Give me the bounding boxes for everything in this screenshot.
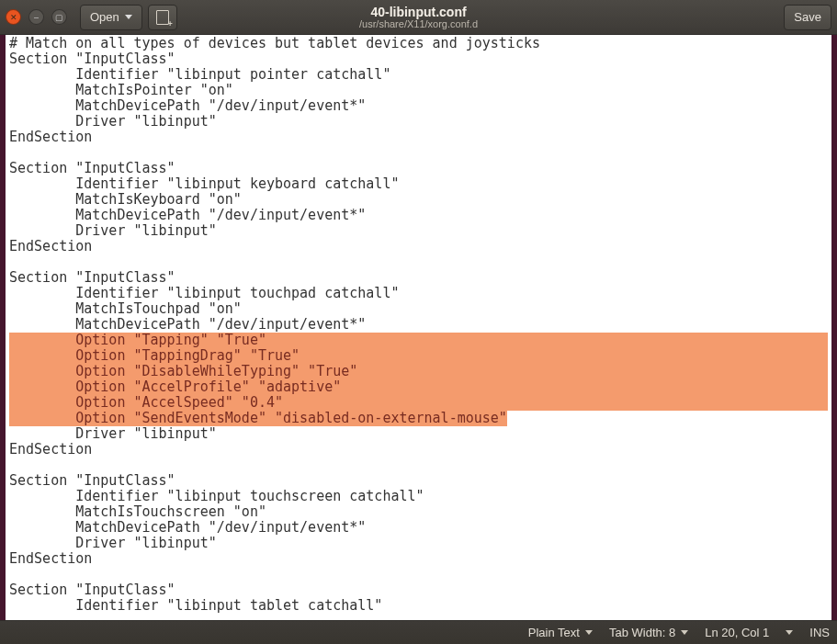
editor-line [9, 145, 828, 161]
window-title: 40-libinput.conf [370, 5, 466, 19]
editor-line: Option "SendEventsMode" "disabled-on-ext… [9, 411, 828, 426]
save-button-label: Save [794, 10, 821, 24]
editor-line: Option "TappingDrag" "True" [9, 348, 828, 364]
open-button[interactable]: Open [80, 5, 142, 30]
editor-line: MatchDevicePath "/dev/input/event*" [9, 317, 828, 333]
editor-line: Section "InputClass" [9, 51, 828, 67]
syntax-selector[interactable]: Plain Text [528, 626, 593, 639]
editor-line: EndSection [9, 239, 828, 254]
chevron-down-icon [681, 630, 688, 635]
cursor-position[interactable]: Ln 20, Col 1 [705, 626, 769, 639]
editor-line: Identifier "libinput pointer catchall" [9, 67, 828, 83]
editor-line: Option "DisableWhileTyping" "True" [9, 364, 828, 379]
editor-line: Identifier "libinput tablet catchall" [9, 598, 828, 614]
open-button-label: Open [90, 10, 119, 24]
syntax-label: Plain Text [528, 626, 580, 639]
chevron-down-icon [125, 15, 132, 19]
editor-line: Section "InputClass" [9, 473, 828, 489]
new-document-icon [156, 10, 169, 25]
editor-line: Identifier "libinput touchpad catchall" [9, 286, 828, 301]
titlebar: ✕ – ▢ Open 40-libinput.conf /usr/share/X… [0, 0, 837, 35]
editor-line: Option "AccelSpeed" "0.4" [9, 395, 828, 411]
text-editor-area[interactable]: # Match on all types of devices but tabl… [6, 35, 831, 620]
editor-line: MatchIsKeyboard "on" [9, 192, 828, 208]
save-button[interactable]: Save [784, 5, 831, 30]
editor-line: MatchDevicePath "/dev/input/event*" [9, 208, 828, 223]
editor-line: Driver "libinput" [9, 536, 828, 551]
extra-menu[interactable] [786, 630, 793, 635]
new-tab-button[interactable] [148, 5, 177, 30]
statusbar: Plain Text Tab Width: 8 Ln 20, Col 1 INS [0, 620, 837, 644]
window-subtitle: /usr/share/X11/xorg.conf.d [359, 18, 478, 29]
tab-width-selector[interactable]: Tab Width: 8 [609, 626, 688, 639]
editor-line: Section "InputClass" [9, 270, 828, 286]
editor-line: MatchIsTouchscreen "on" [9, 504, 828, 520]
editor-line: Identifier "libinput keyboard catchall" [9, 176, 828, 192]
editor-line: Identifier "libinput touchscreen catchal… [9, 489, 828, 504]
editor-line: Section "InputClass" [9, 582, 828, 598]
editor-line: # Match on all types of devices but tabl… [9, 36, 828, 51]
window-minimize-button[interactable]: – [28, 9, 44, 25]
editor-line [9, 254, 828, 270]
editor-line: EndSection [9, 442, 828, 458]
window-maximize-button[interactable]: ▢ [51, 9, 67, 25]
editor-line: Section "InputClass" [9, 161, 828, 176]
editor-line: MatchIsPointer "on" [9, 83, 828, 98]
window-close-button[interactable]: ✕ [6, 9, 21, 25]
editor-line: Option "Tapping" "True" [9, 333, 828, 348]
editor-line: Driver "libinput" [9, 114, 828, 130]
insert-mode-toggle[interactable]: INS [809, 626, 830, 639]
editor-line: EndSection [9, 551, 828, 567]
chevron-down-icon [786, 630, 793, 635]
editor-line [9, 458, 828, 473]
editor-line: Driver "libinput" [9, 223, 828, 239]
editor-line: MatchDevicePath "/dev/input/event*" [9, 520, 828, 536]
editor-line: Driver "libinput" [9, 426, 828, 442]
editor-line: MatchDevicePath "/dev/input/event*" [9, 98, 828, 114]
editor-line: MatchIsTouchpad "on" [9, 301, 828, 317]
editor-line [9, 567, 828, 582]
editor-line: Option "AccelProfile" "adaptive" [9, 379, 828, 395]
insert-mode-label: INS [809, 626, 830, 639]
editor-wrap: # Match on all types of devices but tabl… [0, 35, 837, 620]
tab-width-label: Tab Width: 8 [609, 626, 675, 639]
chevron-down-icon [585, 630, 593, 635]
editor-line: EndSection [9, 130, 828, 145]
cursor-position-label: Ln 20, Col 1 [705, 626, 769, 639]
